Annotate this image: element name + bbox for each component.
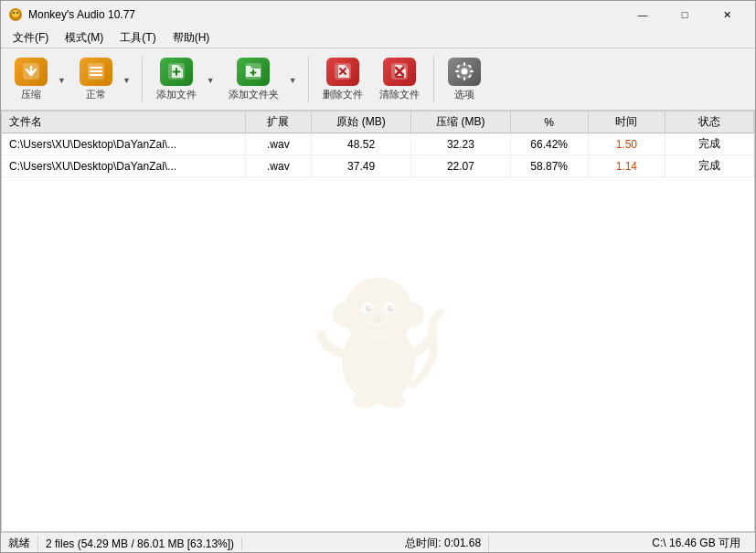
app-title: Monkey's Audio 10.77 <box>28 8 622 21</box>
cell-1-2: 37.49 <box>312 155 411 177</box>
svg-point-24 <box>461 69 467 75</box>
svg-rect-27 <box>455 70 459 72</box>
toolbar-separator-1 <box>142 57 143 102</box>
add-file-button[interactable]: 添加文件 <box>150 53 203 106</box>
svg-point-40 <box>362 302 373 313</box>
add-folder-icon <box>237 58 270 86</box>
cell-0-2: 48.52 <box>312 133 411 155</box>
compress-button[interactable]: 压缩 <box>8 53 54 106</box>
delete-file-button[interactable]: 删除文件 <box>316 53 369 106</box>
col-status: 状态 <box>665 112 754 133</box>
add-file-dropdown[interactable]: ▼ <box>203 53 218 106</box>
svg-point-41 <box>384 302 395 313</box>
col-ext: 扩展 <box>245 112 312 133</box>
normal-dropdown-arrow: ▼ <box>122 76 131 85</box>
cell-0-0: C:\Users\XU\Desktop\DaYanZai\... <box>2 133 245 155</box>
svg-point-3 <box>16 12 18 14</box>
svg-point-1 <box>12 10 19 17</box>
cell-0-3: 32.23 <box>411 133 511 155</box>
add-folder-dropdown-arrow: ▼ <box>289 76 297 85</box>
normal-dropdown[interactable]: ▼ <box>119 53 134 106</box>
svg-point-45 <box>389 306 391 308</box>
main-layout: 文件名 扩展 原始 (MB) 压缩 (MB) % 时间 状态 C:\Users\… <box>1 111 755 532</box>
svg-point-33 <box>342 321 415 403</box>
col-time: 时间 <box>588 112 665 133</box>
svg-point-36 <box>337 306 354 323</box>
col-filename: 文件名 <box>2 112 245 133</box>
cell-0-4: 66.42% <box>510 133 588 155</box>
col-percent: % <box>510 112 588 133</box>
svg-point-48 <box>379 393 405 408</box>
svg-point-43 <box>387 304 393 311</box>
compress-dropdown-arrow: ▼ <box>58 76 66 85</box>
options-icon <box>448 58 481 86</box>
clear-file-label: 清除文件 <box>379 88 420 101</box>
svg-rect-25 <box>463 62 465 66</box>
svg-point-2 <box>13 12 15 14</box>
normal-label: 正常 <box>86 88 106 101</box>
cell-1-4: 58.87% <box>510 155 588 177</box>
toolbar-separator-2 <box>308 57 309 102</box>
options-label: 选项 <box>454 88 474 101</box>
cell-1-5: 1.14 <box>588 155 665 177</box>
cell-0-1: .wav <box>245 133 312 155</box>
menu-tools[interactable]: 工具(T) <box>112 27 164 48</box>
table-body: C:\Users\XU\Desktop\DaYanZai\....wav48.5… <box>2 133 754 177</box>
add-folder-button[interactable]: 添加文件夹 <box>222 53 285 106</box>
minimize-button[interactable]: — <box>622 1 664 28</box>
svg-rect-28 <box>470 70 474 72</box>
maximize-button[interactable]: □ <box>664 1 706 28</box>
monkey-watermark <box>305 243 452 410</box>
compress-icon <box>15 58 48 86</box>
options-button[interactable]: 选项 <box>442 53 487 106</box>
add-file-group: 添加文件 ▼ <box>150 53 218 106</box>
normal-icon <box>80 58 112 86</box>
add-file-icon <box>160 58 193 86</box>
title-bar: Monkey's Audio 10.77 — □ ✕ <box>1 1 755 28</box>
cell-1-3: 22.07 <box>411 155 511 177</box>
close-button[interactable]: ✕ <box>706 1 748 28</box>
cell-0-6: 完成 <box>665 133 754 155</box>
svg-point-34 <box>344 277 413 346</box>
status-bar: 就绪 2 files (54.29 MB / 86.01 MB [63.13%]… <box>1 532 755 553</box>
toolbar-separator-3 <box>433 57 434 102</box>
file-table: 文件名 扩展 原始 (MB) 压缩 (MB) % 时间 状态 C:\Users\… <box>2 112 754 177</box>
delete-file-label: 删除文件 <box>323 88 363 101</box>
normal-group: 正常 ▼ <box>73 53 134 106</box>
status-disk-space: C:\ 16.46 GB 可用 <box>644 536 748 551</box>
app-icon <box>8 7 23 22</box>
add-folder-dropdown[interactable]: ▼ <box>285 53 301 106</box>
table-row[interactable]: C:\Users\XU\Desktop\DaYanZai\....wav37.4… <box>2 155 754 177</box>
table-row[interactable]: C:\Users\XU\Desktop\DaYanZai\....wav48.5… <box>2 133 754 155</box>
cell-1-6: 完成 <box>665 155 754 177</box>
svg-point-47 <box>352 393 378 408</box>
svg-point-39 <box>356 303 401 339</box>
status-file-count: 2 files (54.29 MB / 86.01 MB [63.13%]) <box>38 537 242 550</box>
table-header-row: 文件名 扩展 原始 (MB) 压缩 (MB) % 时间 状态 <box>2 112 754 133</box>
cell-1-0: C:\Users\XU\Desktop\DaYanZai\... <box>2 155 245 177</box>
svg-point-42 <box>365 304 371 311</box>
status-total-time: 总时间: 0:01.68 <box>398 536 489 551</box>
col-compressed: 压缩 (MB) <box>411 112 511 133</box>
cell-1-1: .wav <box>245 155 312 177</box>
svg-point-44 <box>367 306 369 308</box>
menu-help[interactable]: 帮助(H) <box>165 27 218 48</box>
col-original: 原始 (MB) <box>312 112 411 133</box>
menu-file[interactable]: 文件(F) <box>5 27 57 48</box>
svg-rect-26 <box>463 77 465 80</box>
cell-0-5: 1.50 <box>588 133 665 155</box>
file-table-container[interactable]: 文件名 扩展 原始 (MB) 压缩 (MB) % 时间 状态 C:\Users\… <box>1 111 755 532</box>
add-file-label: 添加文件 <box>156 88 197 101</box>
toolbar: 压缩 ▼ 正常 ▼ <box>1 48 755 111</box>
svg-point-35 <box>333 302 358 327</box>
status-ready: 就绪 <box>8 536 38 551</box>
compress-group: 压缩 ▼ <box>8 53 69 106</box>
clear-file-button[interactable]: 清除文件 <box>373 53 426 106</box>
compress-label: 压缩 <box>21 88 41 101</box>
menu-mode[interactable]: 模式(M) <box>57 27 112 48</box>
add-folder-group: 添加文件夹 ▼ <box>222 53 301 106</box>
delete-file-icon <box>326 58 359 86</box>
svg-point-37 <box>399 302 424 327</box>
normal-button[interactable]: 正常 <box>73 53 119 106</box>
compress-dropdown[interactable]: ▼ <box>54 53 69 106</box>
